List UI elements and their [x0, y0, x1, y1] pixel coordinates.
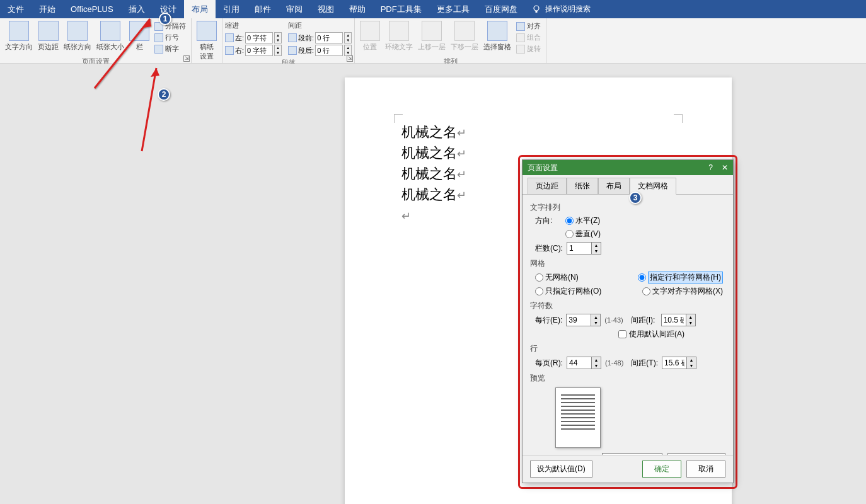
line-pitch-input[interactable] — [662, 357, 687, 369]
line-pitch-spinner[interactable]: ▲▼ — [687, 357, 696, 369]
svg-line-4 — [142, 68, 156, 151]
line-pitch-label: 间距(T): — [631, 358, 658, 369]
tab-view[interactable]: 视图 — [310, 0, 342, 18]
spacing-before-input[interactable] — [315, 32, 343, 43]
per-page-input[interactable] — [567, 357, 592, 369]
radio-line-char-input[interactable] — [638, 273, 646, 282]
tab-file[interactable]: 文件 — [0, 0, 32, 18]
dialog-help-button[interactable]: ? — [708, 163, 713, 172]
char-pitch-spinner[interactable]: ▲▼ — [686, 314, 696, 326]
preview-thumbnail — [555, 387, 601, 448]
tab-mail[interactable]: 邮件 — [247, 0, 279, 18]
indent-right-spinner[interactable]: ▲▼ — [274, 45, 282, 56]
indent-left-spinner[interactable]: ▲▼ — [274, 32, 282, 43]
dialog-titlebar[interactable]: 页面设置 ? ✕ — [522, 160, 733, 175]
position-icon — [360, 21, 380, 41]
columns-spinner[interactable]: ▲▼ — [592, 242, 601, 255]
dialog-tab-paper[interactable]: 纸张 — [567, 178, 598, 194]
svg-rect-1 — [535, 11, 537, 13]
radio-no-grid-input[interactable] — [535, 273, 543, 282]
group-paragraph: 缩进 左:▲▼ 右:▲▼ 间距 段前:▲▼ 段后:▲▼ 段落 ⇲ — [222, 18, 355, 63]
cancel-button[interactable]: 取消 — [686, 461, 725, 478]
radio-line-only-input[interactable] — [535, 287, 543, 295]
per-page-spinner[interactable]: ▲▼ — [592, 357, 601, 369]
dialog-body: 文字排列 方向: 水平(Z) 垂直(V) 栏数(C): ▲▼ 网格 无网格(N)… — [522, 194, 733, 455]
radio-no-grid[interactable]: 无网格(N) — [535, 272, 579, 283]
radio-align-char-input[interactable] — [642, 287, 650, 295]
columns-input[interactable] — [567, 242, 592, 255]
para-mark-icon: ↵ — [457, 147, 466, 160]
group-button: 组合 — [515, 32, 542, 43]
char-pitch-input[interactable] — [661, 314, 686, 326]
forward-button: 上移一层 — [415, 20, 448, 53]
radio-align-char-grid[interactable]: 文字对齐字符网格(X) — [642, 286, 723, 297]
margin-corner-tl — [394, 114, 403, 123]
dialog-tab-grid[interactable]: 文档网格 — [630, 178, 676, 195]
indent-right-icon — [225, 46, 234, 55]
dialog-tab-layout[interactable]: 布局 — [598, 178, 630, 194]
spacing-before-label: 段前: — [298, 33, 314, 43]
radio-vertical-input[interactable] — [565, 230, 574, 238]
tab-more[interactable]: 更多工具 — [429, 0, 477, 18]
forward-icon — [422, 21, 442, 41]
radio-horizontal[interactable]: 水平(Z) — [565, 215, 600, 226]
per-page-range: (1-48) — [605, 359, 623, 367]
page-setup-launcher[interactable]: ⇲ — [183, 55, 190, 62]
paragraph-launcher[interactable]: ⇲ — [347, 55, 353, 62]
tab-baidu[interactable]: 百度网盘 — [477, 0, 525, 18]
tab-references[interactable]: 引用 — [216, 0, 247, 18]
align-button[interactable]: 对齐 — [515, 21, 542, 32]
rotate-icon — [516, 45, 525, 54]
wrap-icon — [389, 21, 409, 41]
tab-help[interactable]: 帮助 — [342, 0, 373, 18]
text-line: 机械之名 — [401, 124, 457, 140]
tab-pdf[interactable]: PDF工具集 — [373, 0, 429, 18]
bulb-icon — [531, 4, 541, 14]
para-mark-icon: ↵ — [457, 189, 466, 202]
ok-button[interactable]: 确定 — [642, 461, 681, 478]
text-line: 机械之名 — [401, 186, 457, 202]
tab-layout[interactable]: 布局 — [184, 0, 216, 18]
align-icon — [516, 22, 525, 31]
spacing-before-spinner[interactable]: ▲▼ — [344, 32, 352, 43]
per-line-input[interactable] — [566, 314, 591, 326]
section-lines: 行 — [530, 341, 725, 355]
svg-point-0 — [534, 6, 539, 11]
margin-corner-tr — [674, 114, 683, 123]
search-placeholder: 操作说明搜索 — [545, 4, 591, 14]
default-pitch-checkbox[interactable]: 使用默认间距(A) — [618, 329, 684, 340]
radio-line-only-grid[interactable]: 只指定行网格(O) — [535, 286, 601, 297]
manuscript-button[interactable]: 稿纸 设置 — [194, 20, 219, 62]
dialog-tab-margins[interactable]: 页边距 — [528, 178, 567, 194]
default-pitch-input[interactable] — [618, 330, 626, 338]
per-line-spinner[interactable]: ▲▼ — [591, 314, 601, 326]
radio-horizontal-input[interactable] — [565, 217, 574, 225]
radio-line-char-grid[interactable]: 指定行和字符网格(H) — [638, 272, 723, 284]
text-line: 机械之名 — [401, 145, 457, 161]
tab-home[interactable]: 开始 — [32, 0, 63, 18]
set-default-button[interactable]: 设为默认值(D) — [530, 461, 592, 478]
text-direction-icon — [9, 21, 29, 41]
para-mark-icon: ↵ — [401, 210, 411, 222]
margins-button[interactable]: 页边距 — [35, 20, 61, 53]
spacing-after-spinner[interactable]: ▲▼ — [344, 45, 352, 56]
section-preview: 预览 — [530, 370, 725, 385]
search-help[interactable]: 操作说明搜索 — [531, 4, 591, 14]
indent-right-input[interactable] — [245, 45, 273, 56]
document-area: 机械之名↵ 机械之名↵ 机械之名↵ 机械之名↵ ↵ — [0, 64, 866, 504]
radio-vertical[interactable]: 垂直(V) — [565, 229, 601, 239]
per-page-label: 每页(R): — [535, 358, 563, 369]
tab-review[interactable]: 审阅 — [279, 0, 310, 18]
wrap-button: 环绕文字 — [383, 20, 415, 53]
indent-left-input[interactable] — [245, 32, 273, 43]
selection-pane-button[interactable]: 选择窗格 — [481, 20, 514, 53]
group-manuscript: 稿纸 设置 稿纸 — [192, 18, 222, 63]
svg-marker-3 — [144, 19, 151, 28]
backward-icon — [454, 21, 475, 41]
spacing-after-input[interactable] — [315, 45, 343, 56]
columns-label: 栏数(C): — [535, 243, 563, 254]
dialog-close-button[interactable]: ✕ — [722, 163, 728, 172]
text-direction-button[interactable]: 文字方向 — [3, 20, 35, 53]
para-mark-icon: ↵ — [457, 127, 466, 139]
spacing-after-label: 段后: — [298, 46, 314, 55]
